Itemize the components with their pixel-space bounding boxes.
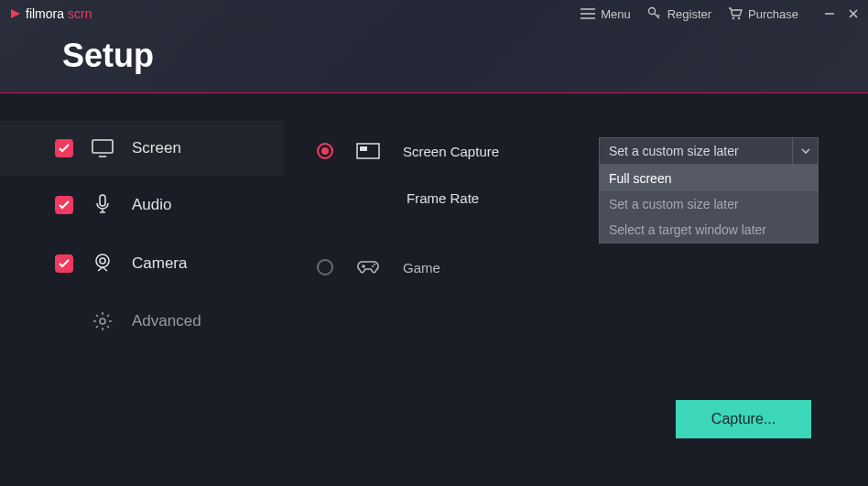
page-title: Setup [62, 37, 154, 75]
svg-point-1 [732, 17, 734, 19]
svg-point-10 [372, 265, 374, 267]
titlebar: filmorascrn Menu Register Purchase [0, 0, 868, 27]
sidebar-item-audio[interactable]: Audio [0, 176, 284, 234]
menu-label: Menu [601, 7, 631, 21]
size-select-box[interactable]: Set a custom size later [599, 137, 819, 165]
screen-capture-label: Screen Capture [403, 144, 540, 159]
frame-rate-label: Frame Rate [407, 190, 544, 206]
minimize-button[interactable] [824, 8, 835, 19]
brand-suffix: scrn [68, 6, 92, 21]
option-screen-capture: Screen Capture Set a custom size later F… [284, 137, 868, 165]
option-game: Game [284, 259, 868, 275]
svg-rect-9 [360, 146, 367, 151]
chevron-down-icon [792, 138, 818, 164]
cart-icon [728, 6, 743, 21]
svg-rect-4 [100, 195, 105, 206]
gamepad-icon [355, 259, 381, 275]
sidebar-label-audio: Audio [132, 196, 171, 214]
capture-frame-icon [355, 143, 381, 159]
size-select: Set a custom size later Full screen Set … [599, 137, 819, 165]
svg-rect-3 [92, 140, 113, 153]
sidebar-label-advanced: Advanced [132, 312, 201, 330]
main: Screen Audio Camera Advance [0, 93, 868, 486]
sidebar-label-camera: Camera [132, 254, 187, 273]
dropdown-option-window[interactable]: Select a target window later [600, 217, 818, 243]
purchase-button[interactable]: Purchase [728, 6, 798, 21]
svg-point-6 [100, 258, 105, 264]
sidebar-item-screen[interactable]: Screen [0, 121, 284, 176]
menu-button[interactable]: Menu [580, 7, 631, 21]
sidebar-label-screen: Screen [132, 139, 181, 157]
header: filmorascrn Menu Register Purchase [0, 0, 868, 93]
sidebar: Screen Audio Camera Advance [0, 93, 284, 486]
monitor-icon [92, 139, 114, 157]
svg-point-5 [96, 254, 109, 267]
game-label: Game [403, 260, 540, 275]
size-dropdown: Full screen Set a custom size later Sele… [599, 165, 819, 243]
close-button[interactable] [848, 8, 859, 19]
svg-point-2 [738, 17, 740, 19]
radio-game[interactable] [317, 259, 333, 275]
capture-button[interactable]: Capture... [676, 400, 811, 438]
radio-screen-capture[interactable] [317, 143, 333, 159]
register-button[interactable]: Register [647, 6, 711, 21]
svg-point-7 [100, 319, 105, 324]
hamburger-icon [580, 8, 595, 19]
webcam-icon [92, 253, 114, 275]
key-icon [647, 6, 662, 21]
sidebar-item-camera[interactable]: Camera [0, 234, 284, 293]
content-panel: Screen Capture Set a custom size later F… [284, 93, 868, 486]
purchase-label: Purchase [748, 7, 798, 21]
dropdown-option-fullscreen[interactable]: Full screen [600, 166, 818, 191]
sidebar-item-advanced[interactable]: Advanced [0, 293, 284, 350]
gear-icon [92, 311, 114, 331]
app-logo: filmorascrn [9, 6, 92, 21]
titlebar-right: Menu Register Purchase [580, 6, 859, 21]
dropdown-option-custom[interactable]: Set a custom size later [600, 191, 818, 217]
svg-point-0 [648, 8, 655, 15]
svg-point-11 [374, 264, 375, 265]
register-label: Register [667, 7, 711, 21]
brand-name: filmora [26, 6, 64, 21]
checkbox-screen[interactable] [55, 139, 73, 157]
size-select-value: Set a custom size later [600, 144, 792, 158]
microphone-icon [92, 194, 114, 216]
checkbox-audio[interactable] [55, 196, 73, 214]
checkbox-camera[interactable] [55, 254, 73, 273]
logo-icon [9, 7, 22, 20]
